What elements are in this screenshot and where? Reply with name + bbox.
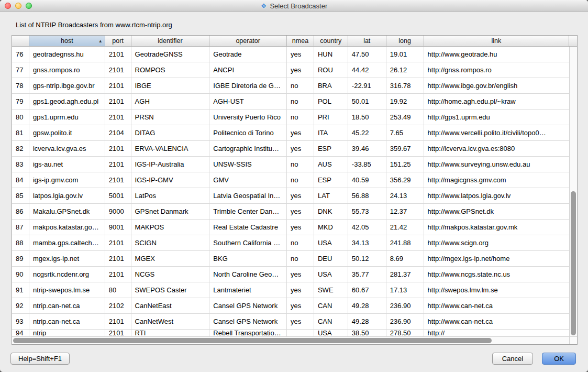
cell-nmea: yes xyxy=(287,267,314,282)
help-button[interactable]: Help=Shift+F1 xyxy=(10,353,70,365)
table-row[interactable]: 78gps-ntrip.ibge.gov.br2101IBGEIGBE Dire… xyxy=(12,78,569,94)
table-row[interactable]: 90ncgsrtk.ncdenr.org2101NCGSNorth Caroli… xyxy=(12,267,569,282)
close-button[interactable] xyxy=(5,3,11,9)
cell-num: 93 xyxy=(12,314,29,329)
cell-operator: Latvia Geospatial In… xyxy=(209,188,287,203)
cell-link: http://www.can-net.ca xyxy=(424,298,569,313)
cell-host: gps1.uprm.edu xyxy=(29,110,105,125)
table-row[interactable]: 82icverva.icv.gva.es2101ERVA-VALENCIACar… xyxy=(12,141,569,157)
table-row[interactable]: 86Makalu.GPSnet.dk9000GPSnet DanmarkTrim… xyxy=(12,204,569,220)
cell-country: SWE xyxy=(314,282,348,298)
column-header-port[interactable]: port xyxy=(105,36,131,46)
cell-country: DNK xyxy=(314,204,348,219)
cell-port: 2101 xyxy=(105,157,131,172)
cancel-button[interactable]: Cancel xyxy=(492,353,533,365)
cell-num: 84 xyxy=(12,172,29,188)
table-row[interactable]: 85latpos.lgia.gov.lv5001LatPosLatvia Geo… xyxy=(12,188,569,204)
title-wrap: ❖ Select Broadcaster xyxy=(0,0,588,12)
cell-operator: Politecnico di Torino xyxy=(209,125,287,140)
horizontal-scrollbar-thumb[interactable] xyxy=(13,338,492,343)
cell-link: http://www.scign.org xyxy=(424,235,569,250)
cell-lat: 45.22 xyxy=(348,125,386,140)
column-header-nmea[interactable]: nmea xyxy=(287,36,314,46)
cell-num: 82 xyxy=(12,141,29,156)
cell-operator: Trimble Center Dan… xyxy=(209,204,287,219)
table-row[interactable]: 89mgex.igs-ip.net2101MGEXBKGnoDEU50.128.… xyxy=(12,251,569,267)
cell-long: 356.29 xyxy=(386,172,424,188)
column-header-rownum[interactable] xyxy=(12,36,29,46)
cell-identifier: CanNetEast xyxy=(131,298,210,313)
cell-lat: 49.28 xyxy=(348,314,386,329)
table-row[interactable]: 79gps1.geod.agh.edu.pl2101AGHAGH-USTnoPO… xyxy=(12,94,569,110)
scrollbar-corner xyxy=(569,337,577,344)
column-header-long[interactable]: long xyxy=(386,36,424,46)
cell-host: gps1.geod.agh.edu.pl xyxy=(29,94,105,109)
cell-port: 2102 xyxy=(105,298,131,313)
cell-port: 2101 xyxy=(105,141,131,156)
cell-identifier: IGS-IP-GMV xyxy=(131,172,210,188)
table-row[interactable]: 76geotradegnss.hu2101GeotradeGNSSGeotrad… xyxy=(12,47,569,62)
cell-identifier: SCIGN xyxy=(131,235,210,250)
cell-port: 5001 xyxy=(105,188,131,203)
table-row[interactable]: 81gpsw.polito.it2104DITAGPolitecnico di … xyxy=(12,125,569,141)
cell-country: USA xyxy=(314,330,348,336)
cell-lat: 39.46 xyxy=(348,141,386,156)
table-row[interactable]: 92ntrip.can-net.ca2102CanNetEastCansel G… xyxy=(12,298,569,314)
table-row[interactable]: 84igs-ip.gmv.com2101IGS-IP-GMVGMVnoESP40… xyxy=(12,172,569,188)
cell-long: 151.25 xyxy=(386,157,424,172)
cell-lat: 60.67 xyxy=(348,282,386,298)
vertical-scrollbar-thumb[interactable] xyxy=(571,191,576,335)
cell-port: 2101 xyxy=(105,172,131,188)
cell-lat: 44.42 xyxy=(348,62,386,78)
cell-num: 88 xyxy=(12,235,29,250)
table-row[interactable]: 80gps1.uprm.edu2101PRSNUniversity Puerto… xyxy=(12,110,569,125)
cell-nmea: no xyxy=(287,78,314,93)
table-row[interactable]: 83igs-au.net2101IGS-IP-AustraliaUNSW-SSI… xyxy=(12,157,569,172)
cell-nmea: yes xyxy=(287,141,314,156)
column-header-label: host xyxy=(61,37,73,45)
table-row[interactable]: 77gnss.rompos.ro2101ROMPOSANCPIyesROU44.… xyxy=(12,62,569,78)
cell-identifier: RTI xyxy=(131,330,210,336)
ok-button[interactable]: OK xyxy=(542,353,576,365)
cell-operator: Lantmateriet xyxy=(209,282,287,298)
cell-port: 2101 xyxy=(105,235,131,250)
cell-lat: 34.13 xyxy=(348,235,386,250)
table-row[interactable]: 87makpos.katastar.go…9001MAKPOSReal Esta… xyxy=(12,220,569,235)
table-row[interactable]: 91ntrip-swepos.lm.se80SWEPOS CasterLantm… xyxy=(12,282,569,298)
table-row[interactable]: 88mamba.gps.caltech…2101SCIGNSouthern Ca… xyxy=(12,235,569,251)
cell-country: ESP xyxy=(314,141,348,156)
cell-operator: AGH-UST xyxy=(209,94,287,109)
cell-long: 278.50 xyxy=(386,330,424,336)
cell-link: http://magicgnss.gmv.com xyxy=(424,172,569,188)
cell-country: ROU xyxy=(314,62,348,78)
cell-country: LAT xyxy=(314,188,348,203)
table-body: 76geotradegnss.hu2101GeotradeGNSSGeotrad… xyxy=(12,47,569,336)
vertical-scrollbar[interactable] xyxy=(569,47,577,336)
column-header-country[interactable]: country xyxy=(314,36,348,46)
broadcaster-table: host▲portidentifieroperatornmeacountryla… xyxy=(12,35,578,345)
cell-operator: Real Estate Cadastre xyxy=(209,220,287,235)
cell-operator: North Caroline Geo… xyxy=(209,267,287,282)
traffic-lights xyxy=(5,3,32,9)
cell-link: http://www.can-net.ca xyxy=(424,314,569,329)
cell-country: ESP xyxy=(314,172,348,188)
cell-long: 7.65 xyxy=(386,125,424,140)
cell-lat: -33.85 xyxy=(348,157,386,172)
minimize-button[interactable] xyxy=(15,3,21,9)
cell-nmea: no xyxy=(287,157,314,172)
table-row[interactable]: 94ntrip2101RTIRebell Transportatio…USA38… xyxy=(12,330,569,336)
column-header-operator[interactable]: operator xyxy=(209,36,287,46)
cell-nmea: yes xyxy=(287,298,314,313)
column-header-lat[interactable]: lat xyxy=(348,36,386,46)
zoom-button[interactable] xyxy=(26,3,32,9)
cell-lat: 55.73 xyxy=(348,204,386,219)
cell-long: 19.01 xyxy=(386,47,424,62)
cell-country: USA xyxy=(314,235,348,250)
table-row[interactable]: 93ntrip.can-net.ca2101CanNetWestCansel G… xyxy=(12,314,569,330)
cell-country: POL xyxy=(314,94,348,109)
column-header-link[interactable]: link xyxy=(424,36,569,46)
cell-host: latpos.lgia.gov.lv xyxy=(29,188,105,203)
column-header-identifier[interactable]: identifier xyxy=(131,36,210,46)
horizontal-scrollbar[interactable] xyxy=(12,337,569,344)
column-header-host[interactable]: host▲ xyxy=(29,36,105,46)
